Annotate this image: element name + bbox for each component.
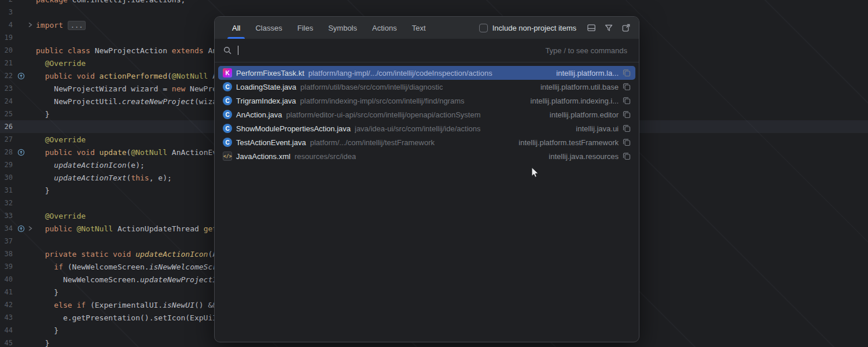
java-class-icon: C — [223, 110, 232, 119]
override-method-gutter-icon[interactable] — [17, 225, 25, 232]
line-number: 2 — [0, 0, 13, 3]
search-result-row[interactable]: KPerformFixesTask.ktplatform/lang-impl/.… — [218, 66, 635, 80]
search-placeholder: Type / to see commands — [545, 46, 627, 55]
result-module: intellij.platform.editor — [550, 110, 619, 119]
result-path: platform/lang-impl/.../com/intellij/code… — [308, 69, 492, 77]
module-icon — [623, 110, 631, 119]
tab-all[interactable]: All — [227, 17, 245, 39]
fold-chevron-icon[interactable] — [27, 226, 33, 231]
result-module: intellij.java.ui — [576, 124, 619, 133]
search-result-row[interactable]: CShowModulePropertiesAction.javajava/ide… — [218, 121, 635, 135]
result-module: intellij.platform.indexing.i... — [531, 97, 619, 105]
code-text: } — [36, 339, 49, 347]
line-number: 27 — [0, 135, 13, 143]
search-result-row[interactable]: CAnAction.javaplatform/editor-ui-api/src… — [218, 108, 635, 121]
line-number: 39 — [0, 263, 13, 271]
tab-symbols[interactable]: Symbols — [323, 17, 362, 39]
line-number: 31 — [0, 186, 13, 194]
line-number: 33 — [0, 212, 13, 220]
code-text: @Override — [36, 135, 86, 144]
search-everywhere-dialog: AllClassesFilesSymbolsActionsText Includ… — [214, 16, 639, 342]
gutter — [13, 21, 36, 29]
filter-icon[interactable] — [604, 23, 613, 32]
code-text: import ... — [36, 21, 86, 29]
line-number: 22 — [0, 72, 13, 80]
java-class-icon: C — [223, 96, 232, 105]
tab-classes[interactable]: Classes — [251, 17, 286, 39]
result-path: java/idea-ui/src/com/intellij/ide/action… — [355, 124, 480, 133]
gutter-spacer — [17, 21, 25, 29]
include-non-project-checkbox[interactable]: Include non-project items — [479, 24, 576, 32]
code-text: public class NewProjectAction extends An… — [36, 46, 244, 55]
line-number: 40 — [0, 275, 13, 283]
search-results-list: KPerformFixesTask.ktplatform/lang-impl/.… — [215, 62, 639, 342]
line-number: 42 — [0, 301, 13, 309]
result-module: intellij.java.resources — [549, 152, 619, 161]
module-icon — [623, 69, 631, 77]
kotlin-file-icon: K — [223, 68, 232, 77]
line-number: 19 — [0, 34, 13, 42]
code-text: NewProjectUtil.createNewProject(wizard); — [36, 97, 235, 106]
search-result-row[interactable]: CLoadingState.javaplatform/util/base/src… — [218, 80, 635, 94]
override-method-gutter-icon[interactable] — [17, 149, 25, 156]
override-method-gutter-icon[interactable] — [17, 72, 25, 80]
java-class-icon: C — [223, 138, 232, 147]
search-result-row[interactable]: CTrigramIndex.javaplatform/indexing-impl… — [218, 94, 635, 108]
line-number: 41 — [0, 288, 13, 296]
gutter — [13, 149, 36, 156]
result-filename: ShowModulePropertiesAction.java — [236, 124, 351, 133]
java-class-icon: C — [223, 124, 232, 133]
tab-files[interactable]: Files — [293, 17, 318, 39]
line-number: 44 — [0, 326, 13, 334]
line-number: 32 — [0, 199, 13, 207]
result-module: intellij.platform.la... — [556, 69, 619, 77]
result-path: platform/editor-ui-api/src/com/intellij/… — [286, 110, 481, 119]
line-number: 37 — [0, 237, 13, 245]
checkbox-box[interactable] — [479, 24, 488, 32]
gutter — [13, 72, 36, 80]
line-number: 24 — [0, 97, 13, 105]
search-everywhere-header: AllClassesFilesSymbolsActionsText Includ… — [215, 17, 639, 39]
result-path: platform/.../com/intellij/testFramework — [310, 138, 435, 147]
code-text: } — [36, 186, 49, 195]
module-icon — [623, 83, 631, 91]
result-filename: TrigramIndex.java — [236, 97, 296, 105]
code-text: } — [36, 110, 49, 119]
result-path: platform/util/base/src/com/intellij/diag… — [300, 83, 443, 91]
search-result-row[interactable]: </>JavaActions.xmlresources/src/ideainte… — [218, 149, 635, 163]
code-text: @Override — [36, 212, 86, 220]
code-text: } — [36, 288, 58, 297]
fold-chevron-icon[interactable] — [27, 22, 33, 28]
module-icon — [623, 97, 631, 105]
line-number: 30 — [0, 174, 13, 182]
line-number: 38 — [0, 250, 13, 258]
search-input[interactable]: Type / to see commands — [215, 39, 639, 62]
code-line[interactable]: 2package com.intellij.ide.actions; — [0, 0, 868, 6]
line-number: 21 — [0, 59, 13, 67]
code-text: updateActionText(this, e); — [36, 174, 172, 182]
search-result-row[interactable]: CTestActionEvent.javaplatform/.../com/in… — [218, 135, 635, 149]
result-path: resources/src/idea — [295, 152, 356, 161]
tab-actions[interactable]: Actions — [367, 17, 402, 39]
result-module: intellij.platform.testFramework — [518, 138, 619, 147]
module-icon — [623, 124, 631, 132]
line-number: 34 — [0, 224, 13, 232]
line-number: 29 — [0, 161, 13, 169]
preview-icon[interactable] — [587, 23, 596, 32]
line-number: 23 — [0, 84, 13, 93]
search-tabs: AllClassesFilesSymbolsActionsText — [227, 17, 436, 39]
code-text: updateActionIcon(e); — [36, 161, 145, 169]
result-filename: TestActionEvent.java — [236, 138, 306, 147]
open-in-find-window-icon[interactable] — [621, 23, 631, 32]
checkbox-label: Include non-project items — [492, 24, 576, 32]
code-text: package com.intellij.ide.actions; — [36, 0, 185, 4]
line-number: 25 — [0, 110, 13, 118]
java-class-icon: C — [223, 82, 232, 91]
result-path: platform/indexing-impl/src/com/intellij/… — [300, 97, 465, 105]
line-number: 43 — [0, 313, 13, 322]
result-filename: AnAction.java — [236, 110, 282, 119]
line-number: 26 — [0, 123, 13, 131]
tab-text[interactable]: Text — [407, 17, 431, 39]
line-number: 45 — [0, 339, 13, 347]
header-toolbar — [587, 23, 631, 32]
